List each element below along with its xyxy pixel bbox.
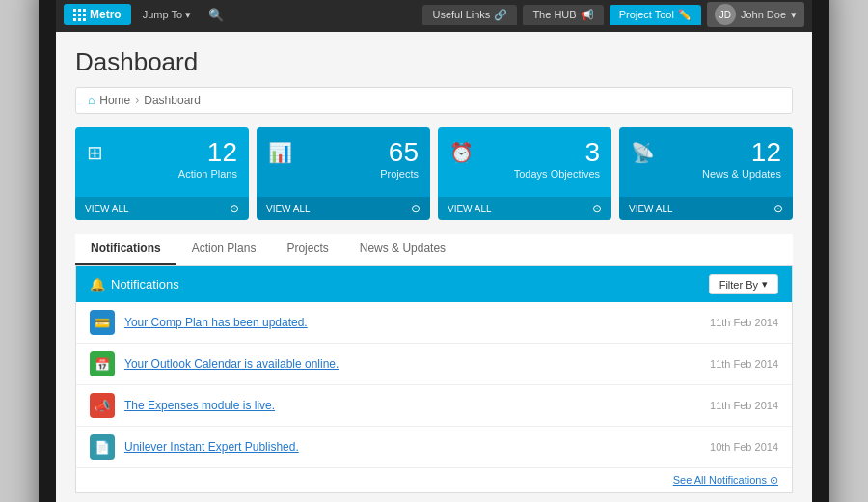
metro-label: Metro bbox=[90, 8, 122, 21]
breadcrumb-current: Dashboard bbox=[144, 94, 201, 107]
filter-label: Filter By bbox=[719, 279, 758, 291]
action-plans-label: Action Plans bbox=[111, 168, 237, 180]
link-icon: 🔗 bbox=[494, 9, 507, 21]
bell-icon: 🔔 bbox=[90, 277, 105, 292]
edit-icon: ✏️ bbox=[678, 9, 692, 21]
hub-icon: 📢 bbox=[581, 9, 594, 21]
action-plans-info: 12 Action Plans bbox=[111, 139, 237, 180]
breadcrumb: ⌂ Home › Dashboard bbox=[75, 87, 793, 114]
notif-icon-2: 📣 bbox=[90, 393, 115, 418]
see-all-notifications[interactable]: See All Notifications ⊙ bbox=[76, 468, 792, 492]
notif-icon-0: 💳 bbox=[90, 310, 115, 335]
jump-to-label: Jump To bbox=[143, 9, 182, 20]
metro-button[interactable]: Metro bbox=[64, 4, 131, 25]
notif-row-2: 📣 The Expenses module is live. 11th Feb … bbox=[76, 385, 792, 427]
action-plans-arrow-icon: ⊙ bbox=[230, 202, 239, 215]
projects-number: 65 bbox=[300, 139, 419, 166]
tab-news-updates[interactable]: News & Updates bbox=[344, 234, 461, 265]
notif-date-1: 11th Feb 2014 bbox=[710, 358, 778, 370]
notif-date-2: 11th Feb 2014 bbox=[710, 400, 778, 411]
news-number: 12 bbox=[663, 139, 781, 166]
notif-date-3: 10th Feb 2014 bbox=[710, 441, 778, 453]
action-plans-card-top: ⊞ 12 Action Plans bbox=[75, 127, 249, 197]
objectives-card[interactable]: ⏰ 3 Todays Objectives VIEW ALL ⊙ bbox=[438, 127, 611, 220]
home-icon: ⌂ bbox=[88, 94, 95, 107]
objectives-info: 3 Todays Objectives bbox=[481, 139, 600, 180]
notif-row-1: 📅 Your Outlook Calendar is available onl… bbox=[76, 344, 792, 385]
jump-to-button[interactable]: Jump To ▾ bbox=[137, 5, 197, 25]
user-menu[interactable]: JD John Doe ▾ bbox=[707, 2, 804, 27]
action-plans-number: 12 bbox=[111, 139, 237, 166]
objectives-view-all-label: VIEW ALL bbox=[448, 204, 492, 214]
news-icon: 📡 bbox=[631, 141, 655, 164]
notif-date-0: 11th Feb 2014 bbox=[710, 317, 778, 328]
tab-projects[interactable]: Projects bbox=[271, 234, 343, 265]
news-view-all-label: VIEW ALL bbox=[629, 204, 673, 214]
notif-text-1[interactable]: Your Outlook Calendar is available onlin… bbox=[124, 357, 700, 371]
project-tool-label: Project Tool bbox=[619, 9, 674, 20]
see-all-label: See All Notifications bbox=[673, 474, 767, 486]
notif-icon-3: 📄 bbox=[90, 434, 115, 460]
the-hub-tab[interactable]: The HUB 📢 bbox=[523, 5, 603, 25]
tab-action-plans[interactable]: Action Plans bbox=[176, 234, 272, 265]
objectives-arrow-icon: ⊙ bbox=[592, 202, 602, 215]
projects-label: Projects bbox=[300, 168, 419, 180]
project-tool-tab[interactable]: Project Tool ✏️ bbox=[610, 5, 701, 25]
objectives-icon: ⏰ bbox=[449, 141, 474, 164]
action-plans-icon: ⊞ bbox=[87, 141, 103, 164]
action-plans-card[interactable]: ⊞ 12 Action Plans VIEW ALL ⊙ bbox=[75, 127, 249, 220]
projects-card-top: 📊 65 Projects bbox=[257, 127, 430, 197]
projects-info: 65 Projects bbox=[300, 139, 419, 180]
page-content: Dashboard ⌂ Home › Dashboard ⊞ 12 Action… bbox=[56, 32, 812, 502]
notif-text-2[interactable]: The Expenses module is live. bbox=[124, 399, 700, 412]
news-card[interactable]: 📡 12 News & Updates VIEW ALL ⊙ bbox=[619, 127, 793, 220]
news-arrow-icon: ⊙ bbox=[773, 202, 783, 215]
stat-cards: ⊞ 12 Action Plans VIEW ALL ⊙ 📊 bbox=[75, 127, 793, 220]
breadcrumb-home: Home bbox=[99, 94, 130, 107]
section-tabs: Notifications Action Plans Projects News… bbox=[75, 234, 793, 265]
notif-row-0: 💳 Your Comp Plan has been updated. 11th … bbox=[76, 302, 792, 344]
news-view-all[interactable]: VIEW ALL ⊙ bbox=[619, 197, 793, 220]
projects-card[interactable]: 📊 65 Projects VIEW ALL ⊙ bbox=[257, 127, 430, 220]
news-card-top: 📡 12 News & Updates bbox=[619, 127, 793, 197]
notifications-title: Notifications bbox=[111, 277, 179, 292]
useful-links-label: Useful Links bbox=[432, 9, 490, 20]
objectives-card-top: ⏰ 3 Todays Objectives bbox=[438, 127, 611, 197]
notif-text-0[interactable]: Your Comp Plan has been updated. bbox=[124, 316, 700, 329]
objectives-label: Todays Objectives bbox=[481, 168, 600, 180]
page-title: Dashboard bbox=[75, 47, 793, 77]
action-plans-view-all[interactable]: VIEW ALL ⊙ bbox=[75, 197, 249, 220]
objectives-view-all[interactable]: VIEW ALL ⊙ bbox=[438, 197, 611, 220]
notifications-header-left: 🔔 Notifications bbox=[90, 277, 179, 292]
projects-icon: 📊 bbox=[268, 141, 292, 164]
notifications-panel: 🔔 Notifications Filter By ▾ 💳 Your Comp … bbox=[75, 265, 793, 493]
grid-icon bbox=[73, 9, 85, 20]
notif-row-3: 📄 Unilever Instant Expert Published. 10t… bbox=[76, 427, 792, 468]
notifications-header: 🔔 Notifications Filter By ▾ bbox=[76, 266, 792, 302]
user-name: John Doe bbox=[741, 9, 786, 20]
objectives-number: 3 bbox=[481, 139, 600, 166]
breadcrumb-separator: › bbox=[135, 94, 139, 107]
notif-text-3[interactable]: Unilever Instant Expert Published. bbox=[124, 440, 700, 454]
notif-icon-1: 📅 bbox=[90, 351, 115, 376]
projects-view-all[interactable]: VIEW ALL ⊙ bbox=[257, 197, 430, 220]
projects-view-all-label: VIEW ALL bbox=[266, 204, 311, 214]
user-chevron-icon: ▾ bbox=[791, 9, 797, 21]
see-all-icon: ⊙ bbox=[770, 474, 778, 486]
laptop-frame: Metro Jump To ▾ 🔍 Useful Links 🔗 The HUB… bbox=[39, 0, 829, 502]
tab-notifications[interactable]: Notifications bbox=[75, 234, 176, 265]
projects-arrow-icon: ⊙ bbox=[411, 202, 420, 215]
news-label: News & Updates bbox=[663, 168, 781, 180]
screen: Metro Jump To ▾ 🔍 Useful Links 🔗 The HUB… bbox=[56, 0, 812, 502]
filter-by-button[interactable]: Filter By ▾ bbox=[709, 274, 778, 294]
useful-links-tab[interactable]: Useful Links 🔗 bbox=[422, 5, 517, 25]
filter-chevron-icon: ▾ bbox=[762, 278, 768, 291]
search-button[interactable]: 🔍 bbox=[203, 4, 230, 26]
action-plans-view-all-label: VIEW ALL bbox=[85, 204, 129, 214]
hub-label: The HUB bbox=[532, 9, 576, 20]
avatar: JD bbox=[715, 4, 736, 25]
top-nav: Metro Jump To ▾ 🔍 Useful Links 🔗 The HUB… bbox=[56, 0, 812, 32]
chevron-down-icon: ▾ bbox=[185, 9, 191, 21]
news-info: 12 News & Updates bbox=[663, 139, 781, 180]
